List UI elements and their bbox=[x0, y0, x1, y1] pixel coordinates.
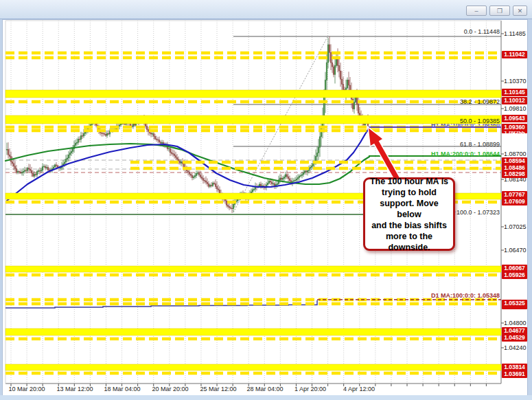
restore-button[interactable]: ❐ bbox=[489, 5, 510, 16]
window-status-strip bbox=[0, 395, 532, 400]
minimize-button[interactable]: – bbox=[466, 5, 487, 16]
annotation-note[interactable]: The 100 hour MA is trying to hold suppor… bbox=[363, 177, 455, 251]
close-button[interactable]: ✕ bbox=[513, 5, 527, 16]
window-titlebar: –❐✕ bbox=[0, 0, 532, 19]
